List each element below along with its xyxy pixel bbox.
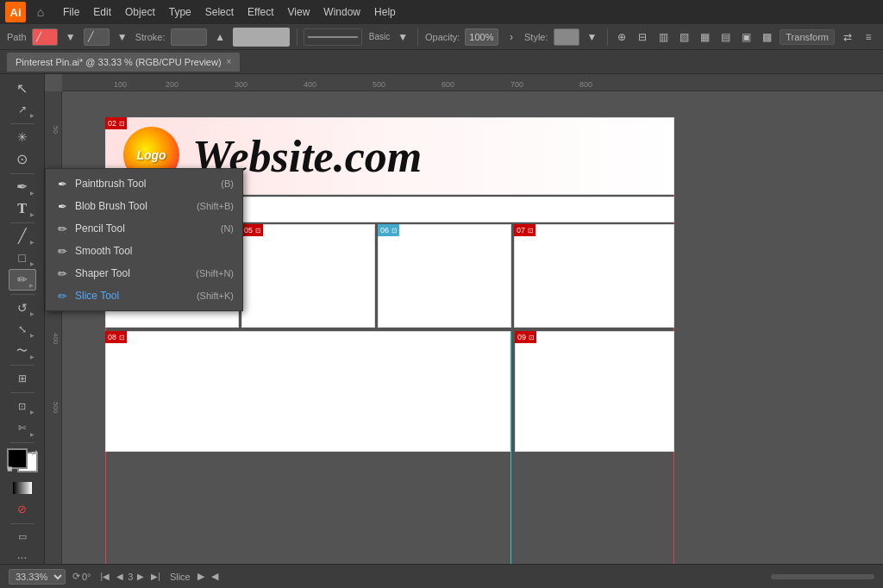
flyout-slice-tool[interactable]: ✏ Slice Tool (Shift+K) — [46, 285, 242, 307]
arrange-icon1[interactable]: ⊟ — [635, 28, 650, 47]
type-tool-btn[interactable]: T ▶ — [9, 198, 36, 219]
flyout-smooth-tool[interactable]: ✏ Smooth Tool — [46, 240, 242, 262]
menu-file[interactable]: File — [57, 4, 85, 20]
prev-page-btn[interactable]: ◀ — [114, 571, 126, 582]
ruler-vertical: 50 100 200 300 400 500 — [45, 91, 62, 564]
page-navigation[interactable]: |◀ ◀ 3 ▶ ▶| — [98, 571, 163, 582]
opacity-input[interactable]: 100% — [465, 28, 498, 46]
ruler-vmark: 500 — [52, 402, 59, 413]
pencil-flyout-label: Pencil Tool — [75, 222, 125, 235]
arrange-icon4[interactable]: ▦ — [697, 28, 712, 47]
rect-tool-btn[interactable]: □ ▶ — [9, 247, 36, 268]
tab-title: Pinterest Pin.ai* @ 33.33 % (RGB/CPU Pre… — [16, 57, 222, 67]
transform-extra1[interactable]: ⇄ — [840, 28, 855, 47]
arrange-icon3[interactable]: ▧ — [676, 28, 692, 47]
free-transform-btn[interactable]: ⊞ — [9, 368, 36, 389]
ruler-horizontal: 100 200 300 400 500 600 700 800 — [62, 74, 883, 91]
sep2 — [417, 28, 418, 46]
flyout-blob-brush-tool[interactable]: ✒ Blob Brush Tool (Shift+B) — [46, 195, 242, 217]
menu-window[interactable]: Window — [317, 4, 366, 20]
logo-text: Logo — [136, 148, 166, 162]
rotate-tool-btn[interactable]: ↺ ▶ — [9, 297, 36, 318]
magic-wand-btn[interactable]: ✳ — [9, 127, 36, 147]
slice-05-num: 05 — [241, 224, 255, 236]
pen-tool-btn[interactable]: ✒ ▶ — [9, 176, 36, 197]
color-chips[interactable]: ⇄ ◼ — [7, 448, 38, 472]
scale-tool-btn[interactable]: ⤡ ▶ — [9, 319, 36, 340]
warp-tool-icon: 〜 — [16, 343, 28, 359]
grid-cell-06 — [378, 224, 511, 328]
artboard-btn[interactable]: ⊡ ▶ — [9, 396, 36, 416]
menu-edit[interactable]: Edit — [87, 4, 117, 20]
tool-sep6 — [10, 392, 34, 393]
lasso-icon: ⊙ — [16, 151, 28, 167]
arrange-icon6[interactable]: ▣ — [738, 28, 754, 47]
menu-type[interactable]: Type — [163, 4, 197, 20]
stroke-width-box[interactable] — [171, 28, 208, 46]
screen-mode-btn[interactable]: ▭ — [9, 527, 36, 547]
last-page-btn[interactable]: ▶| — [148, 571, 163, 582]
arrange-icon2[interactable]: ▥ — [655, 28, 671, 47]
warp-tool-btn[interactable]: 〜 ▶ — [9, 341, 36, 361]
zoom-select[interactable]: 33.33% — [9, 569, 66, 585]
first-page-btn[interactable]: |◀ — [98, 571, 113, 582]
document-tab[interactable]: Pinterest Pin.ai* @ 33.33 % (RGB/CPU Pre… — [7, 53, 240, 72]
arrange-icon5[interactable]: ▤ — [717, 28, 733, 47]
blob-brush-flyout-icon: ✒ — [54, 198, 70, 214]
flyout-paintbrush-tool[interactable]: ✒ Paintbrush Tool (B) — [46, 172, 242, 195]
status-label: Slice — [170, 572, 191, 582]
scale-tool-icon: ⤡ — [18, 323, 27, 335]
paintbrush-shortcut: (B) — [221, 178, 234, 189]
next-page-btn[interactable]: ▶ — [135, 571, 147, 582]
toolbar: ↖ ↗ ▶ ✳ ⊙ ✒ ▶ T ▶ ╱ ▶ □ ▶ ✏ — [0, 74, 45, 564]
menu-help[interactable]: Help — [368, 4, 402, 20]
artboard-corner: ▶ — [30, 409, 34, 415]
canvas-area[interactable]: 100 200 300 400 500 600 700 800 50 100 2… — [45, 74, 883, 564]
lasso-btn[interactable]: ⊙ — [9, 148, 36, 169]
stroke-style-selector[interactable] — [304, 28, 361, 46]
stroke-up-btn[interactable]: ▲ — [212, 28, 228, 47]
flyout-pencil-tool[interactable]: ✏ Pencil Tool (N) — [46, 217, 242, 240]
slice-btn[interactable]: ✄ ▶ — [9, 417, 36, 438]
ai-logo: Ai — [5, 2, 26, 22]
tool-sep3 — [10, 222, 34, 223]
menu-object[interactable]: Object — [119, 4, 161, 20]
style-dropdown[interactable]: ▼ — [585, 28, 600, 47]
arrange-icon7[interactable]: ▩ — [759, 28, 774, 47]
line-tool-btn[interactable]: ╱ ▶ — [9, 226, 36, 247]
sep3 — [607, 28, 608, 46]
gradient-btn[interactable] — [9, 478, 36, 498]
main-area: ↖ ↗ ▶ ✳ ⊙ ✒ ▶ T ▶ ╱ ▶ □ ▶ ✏ — [0, 74, 883, 564]
menu-view[interactable]: View — [282, 4, 316, 20]
home-icon[interactable]: ⌂ — [31, 3, 50, 22]
paintbrush-tool-icon: ✏ — [17, 272, 28, 286]
flyout-shaper-tool[interactable]: ✏ Shaper Tool (Shift+N) — [46, 262, 242, 285]
paintbrush-tool-btn[interactable]: ✏ ▶ — [9, 269, 36, 291]
menu-effect[interactable]: Effect — [241, 4, 279, 20]
style-box[interactable] — [554, 28, 579, 46]
play-btn[interactable]: ▶ — [197, 571, 204, 582]
globe-icon[interactable]: ⊕ — [614, 28, 629, 47]
canvas-content: Logo Website.com 02 ⊡ 03 — [62, 91, 883, 564]
direct-select-tool-btn[interactable]: ↗ ▶ — [9, 99, 36, 120]
opacity-dropdown[interactable]: › — [504, 28, 519, 47]
warp-corner-icon: ▶ — [30, 353, 34, 360]
selection-tool-btn[interactable]: ↖ — [9, 78, 36, 98]
ruler-vmark: 50 — [52, 126, 59, 134]
page-number: 3 — [128, 572, 133, 582]
stroke-preview-box — [233, 28, 289, 47]
transform-btn[interactable]: Transform — [780, 29, 835, 45]
tab-close-btn[interactable]: × — [227, 57, 232, 66]
type-tool-icon: T — [17, 201, 27, 216]
basic-dropdown-btn[interactable]: ▼ — [395, 28, 410, 47]
transform-extra2[interactable]: ≡ — [861, 28, 876, 47]
default-colors-icon[interactable]: ◼ — [7, 465, 13, 472]
fill-mode-btn[interactable]: ▼ — [63, 28, 78, 47]
swap-colors-icon[interactable]: ⇄ — [31, 448, 38, 457]
menu-select[interactable]: Select — [199, 4, 240, 20]
none-btn[interactable]: ⊘ — [9, 499, 36, 520]
fill-color-box[interactable]: ╱ — [32, 28, 58, 46]
stroke-mode-btn[interactable]: ▼ — [115, 28, 130, 47]
more-tools-btn[interactable]: ··· — [17, 550, 28, 564]
slice-06-num: 06 — [378, 224, 391, 236]
